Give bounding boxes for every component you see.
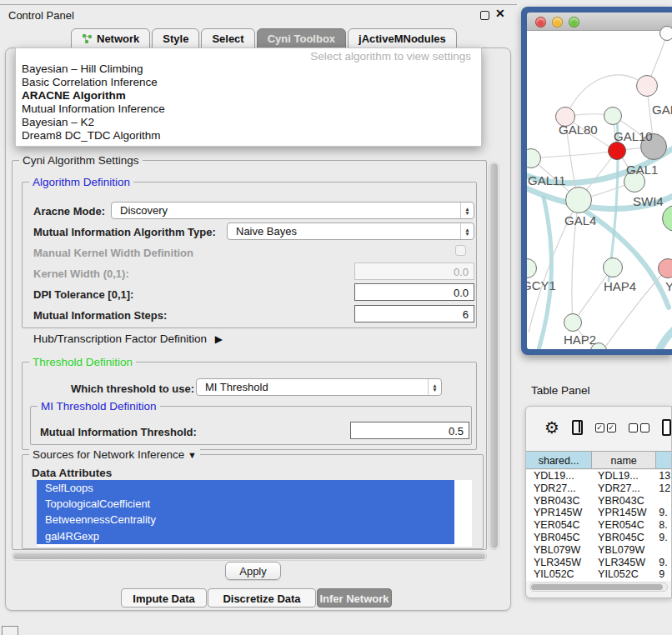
mi-threshold-input[interactable]: 0.5 (350, 422, 469, 439)
table-panel-window: ⚙ ✓✓ shared... name YDL19...YDL19...13 Y… (525, 406, 672, 598)
network-node-gal[interactable] (636, 75, 658, 97)
scrollbar-thumb[interactable] (490, 163, 498, 548)
close-icon[interactable]: ✕ (495, 7, 505, 20)
attribute-betweennesscentrality[interactable]: BetweennessCentrality (37, 512, 454, 528)
attribute-topologicalcoefficient[interactable]: TopologicalCoefficient (37, 496, 454, 512)
node-label-gal: GAL (652, 102, 672, 117)
node-label-gal4: GAL4 (564, 213, 596, 228)
table-row[interactable]: YER054CYER054C8. (526, 519, 671, 532)
cell: YLR345W (526, 557, 592, 569)
table-row[interactable]: YPR145WYPR145W9. (526, 507, 671, 519)
cell: YIL052C (526, 568, 592, 581)
cell: YBL079W (526, 544, 592, 557)
dropdown-item-bayesian-hill-climbing[interactable]: Bayesian – Hill Climbing (22, 62, 143, 75)
threshold-definition-title: Threshold Definition (29, 356, 136, 368)
network-node[interactable] (604, 107, 622, 125)
column-header-cut[interactable] (656, 452, 671, 468)
apply-button[interactable]: Apply (225, 562, 281, 580)
cell: 13 (656, 470, 671, 482)
scrollbar-thumb[interactable] (13, 553, 485, 559)
network-node-hap4[interactable] (603, 258, 623, 278)
which-threshold-combobox[interactable]: MI Threshold ▲▼ (196, 378, 442, 396)
split-columns-icon[interactable] (572, 420, 583, 435)
check-all-icon[interactable]: ✓✓ (595, 423, 616, 432)
node-label-hap4: HAP4 (604, 279, 636, 293)
cell: YER054C (526, 519, 592, 532)
chevron-right-icon: ▶ (215, 333, 223, 345)
mi-type-combobox[interactable]: Naive Bayes ▲▼ (227, 222, 474, 240)
dpi-tolerance-input[interactable]: 0.0 (354, 283, 474, 301)
combo-stepper-icon: ▲▼ (428, 379, 441, 395)
cell: YBR045C (592, 532, 656, 544)
attribute-selfloops[interactable]: SelfLoops (37, 480, 454, 496)
table-row[interactable]: YIL052CYIL052C9 (526, 568, 671, 581)
cell: YPR145W (592, 507, 656, 519)
settings-horizontal-scrollbar[interactable] (12, 552, 487, 561)
dropdown-item-mutual-information[interactable]: Mutual Information Inference (22, 102, 165, 115)
which-threshold-value: MI Threshold (205, 381, 268, 393)
minimize-traffic-light[interactable] (552, 17, 563, 28)
sources-expander[interactable]: Sources for Network Inference ▼ (29, 448, 200, 461)
settings-vertical-scrollbar[interactable] (489, 162, 499, 550)
sources-title: Sources for Network Inference (33, 448, 184, 461)
screen: Control Panel ✕ Network Style Select Cyn… (0, 0, 672, 635)
table-horizontal-scrollbar[interactable] (529, 582, 668, 592)
manual-kernel-checkbox[interactable] (455, 245, 466, 256)
hub-definition-label: Hub/Transcription Factor Definition (33, 332, 207, 345)
network-node-hap2[interactable] (564, 313, 582, 332)
tab-impute-data[interactable]: Impute Data (121, 588, 207, 608)
tab-jactivemnodules-label: jActiveMNodules (359, 32, 446, 45)
chevron-down-icon: ▼ (188, 450, 197, 460)
table-panel-title: Table Panel (531, 384, 590, 397)
table-row[interactable]: YDL19...YDL19...13 (526, 470, 671, 482)
tab-infer-network[interactable]: Infer Network (317, 588, 392, 608)
network-node-gal1[interactable] (608, 142, 626, 160)
network-icon (82, 33, 93, 44)
data-attributes-label: Data Attributes (32, 467, 112, 479)
network-node-y[interactable] (658, 258, 672, 278)
mi-steps-input[interactable]: 6 (354, 305, 474, 322)
attribute-gal4rgexp[interactable]: gal4RGexp (37, 528, 454, 544)
dropdown-item-basic-correlation[interactable]: Basic Correlation Inference (22, 76, 158, 88)
cell (656, 544, 671, 557)
float-window-icon[interactable] (480, 11, 489, 20)
hub-definition-expander[interactable]: Hub/Transcription Factor Definition ▶ (33, 332, 223, 345)
column-header-name[interactable]: name (592, 452, 656, 468)
column-header-shared-name[interactable]: shared... (526, 452, 592, 468)
table-row[interactable]: YDR27...YDR27...12 (526, 482, 671, 495)
cell: YBR045C (526, 532, 592, 544)
table-row[interactable]: YBR043CYBR043C (526, 495, 671, 508)
network-node[interactable] (659, 26, 672, 41)
aracne-mode-label: Aracne Mode: (33, 205, 105, 218)
table-body: YDL19...YDL19...13 YDR27...YDR27...12 YB… (526, 470, 671, 581)
network-window-titlebar[interactable] (527, 12, 672, 31)
zoom-traffic-light[interactable] (569, 17, 579, 28)
minimized-window-icon[interactable] (2, 626, 18, 635)
dropdown-item-dream8[interactable]: Dream8 DC_TDC Algorithm (22, 129, 161, 142)
tab-network-label: Network (97, 32, 139, 45)
aracne-mode-value: Discovery (120, 204, 168, 217)
gear-icon[interactable]: ⚙ (544, 419, 559, 436)
uncheck-all-icon[interactable] (629, 423, 649, 432)
aracne-mode-combobox[interactable]: Discovery ▲▼ (111, 202, 474, 219)
kernel-width-input[interactable]: 0.0 (354, 262, 474, 280)
dropdown-item-aracne[interactable]: ARACNE Algorithm (22, 89, 126, 102)
document-icon[interactable] (662, 419, 671, 436)
scrollbar-thumb[interactable] (531, 584, 663, 590)
combo-stepper-icon: ▲▼ (460, 202, 474, 218)
node-label-gal10: GAL10 (614, 129, 653, 143)
table-row[interactable]: YBL079WYBL079W (526, 544, 671, 557)
table-row[interactable]: YLR345WYLR345W9. (526, 557, 671, 569)
dropdown-item-bayesian-k2[interactable]: Bayesian – K2 (22, 116, 94, 128)
network-canvas[interactable]: GAL GAL80 GAL10 GAL1 GAL11 SWI4 GAL4 GCY… (527, 31, 672, 349)
node-label-gal11: GAL11 (528, 173, 566, 188)
tab-cyni-toolbox-label: Cyni Toolbox (268, 32, 335, 45)
tab-discretize-data[interactable]: Discretize Data (208, 588, 316, 608)
network-node-gal4[interactable] (565, 187, 592, 213)
cell: 12 (656, 482, 671, 495)
close-traffic-light[interactable] (535, 17, 546, 28)
tab-select-label: Select (212, 32, 243, 45)
node-label-hap2: HAP2 (564, 332, 596, 347)
table-row[interactable]: YBR045CYBR045C9. (526, 532, 671, 544)
node-label-y: Y (665, 279, 672, 293)
